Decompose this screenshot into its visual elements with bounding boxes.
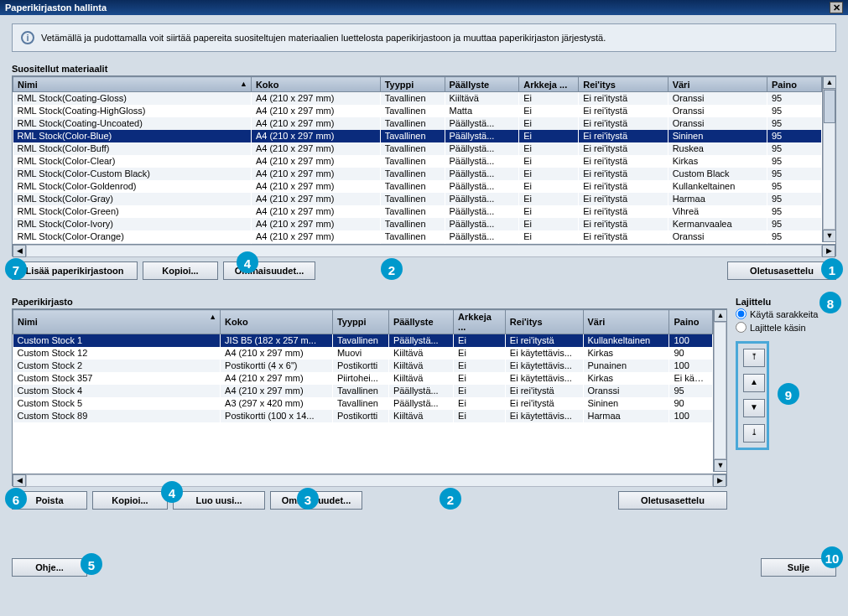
scroll-up-icon[interactable]: ▲ [714, 309, 727, 322]
callout-4a: 4 [237, 251, 258, 273]
cell-name: RML Stock(Color-Gray) [13, 193, 252, 205]
cell-size: A4 (210 x 297 mm) [251, 193, 380, 205]
table-row[interactable]: RML Stock(Coating-Uncoated)A4 (210 x 297… [13, 117, 822, 130]
scroll-left-icon[interactable]: ◀ [13, 245, 26, 257]
vertical-scrollbar[interactable]: ▲ ▼ [822, 76, 835, 242]
radio-sort-manual-input[interactable] [736, 322, 747, 333]
table-row[interactable]: Custom Stock 89Postikortti (100 x 14...P… [13, 410, 713, 422]
table-row[interactable]: RML Stock(Color-Custom Black)A4 (210 x 2… [13, 168, 822, 180]
cell-weight: 95 [767, 230, 821, 243]
move-bottom-button[interactable]: ⤓ [743, 424, 765, 443]
col-name[interactable]: Nimi▲ [13, 77, 252, 92]
move-up-button[interactable]: ▲ [743, 374, 765, 392]
cell-name: RML Stock(Color-Buff) [13, 142, 252, 155]
col-color[interactable]: Väri [583, 310, 669, 334]
scroll-left-icon[interactable]: ◀ [13, 474, 26, 487]
cell-type: Tavallinen [332, 385, 388, 397]
horizontal-scrollbar[interactable]: ◀ ▶ [13, 474, 726, 487]
sort-arrow-icon: ▲ [209, 313, 216, 321]
table-row[interactable]: RML Stock(Color-Clear)A4 (210 x 297 mm)T… [13, 155, 822, 168]
horizontal-scrollbar[interactable]: ◀ ▶ [13, 244, 835, 257]
col-size[interactable]: Koko [251, 77, 380, 92]
cell-type: Tavallinen [380, 117, 445, 130]
recommended-header[interactable]: Nimi▲ Koko Tyyppi Päällyste Arkkeja ... … [13, 77, 822, 92]
close-icon[interactable]: ✕ [830, 2, 843, 13]
scroll-right-icon[interactable]: ▶ [713, 474, 726, 487]
scroll-down-icon[interactable]: ▼ [714, 459, 727, 472]
recommended-table: Nimi▲ Koko Tyyppi Päällyste Arkkeja ... … [12, 75, 836, 256]
col-coating[interactable]: Päällyste [445, 77, 519, 92]
table-row[interactable]: Custom Stock 12A4 (210 x 297 mm)MuoviKii… [13, 347, 713, 360]
callout-8: 8 [819, 292, 841, 313]
scroll-up-icon[interactable]: ▲ [823, 76, 836, 89]
table-row[interactable]: RML Stock(Color-Buff)A4 (210 x 297 mm)Ta… [13, 142, 822, 155]
table-row[interactable]: Custom Stock 1JIS B5 (182 x 257 m...Tava… [13, 334, 713, 347]
cell-weight: 100 [669, 360, 713, 372]
table-row[interactable]: RML Stock(Color-Goldenrod)A4 (210 x 297 … [13, 180, 822, 193]
col-name[interactable]: Nimi▲ [13, 310, 221, 334]
cell-sheets: Ei [454, 410, 506, 422]
col-type[interactable]: Tyyppi [332, 310, 388, 334]
col-coating[interactable]: Päällyste [388, 310, 453, 334]
scroll-down-icon[interactable]: ▼ [823, 230, 836, 242]
callout-4b: 4 [161, 481, 183, 503]
scroll-right-icon[interactable]: ▶ [822, 245, 835, 257]
table-row[interactable]: RML Stock(Coating-Gloss)A4 (210 x 297 mm… [13, 92, 822, 105]
col-size[interactable]: Koko [221, 310, 333, 334]
cell-size: Postikortti (100 x 14... [221, 410, 333, 422]
copy-button[interactable]: Kopioi... [143, 261, 218, 280]
radio-sort-manual[interactable]: Lajittele käsin [736, 322, 836, 333]
cell-name: RML Stock(Color-Goldenrod) [13, 180, 252, 193]
table-row[interactable]: RML Stock(Color-Gray)A4 (210 x 297 mm)Ta… [13, 193, 822, 205]
defaults-button[interactable]: Oletusasettelu [727, 261, 836, 280]
move-top-icon: ⤒ [751, 352, 757, 361]
cell-size: A4 (210 x 297 mm) [251, 92, 380, 105]
col-sheets[interactable]: Arkkeja ... [454, 310, 506, 334]
cell-coating: Päällystä... [388, 397, 453, 410]
move-down-button[interactable]: ▼ [743, 399, 765, 417]
table-row[interactable]: RML Stock(Color-Blue)A4 (210 x 297 mm)Ta… [13, 130, 822, 142]
defaults-button-2[interactable]: Oletusasettelu [618, 491, 727, 510]
cell-type: Postikortti [332, 360, 388, 372]
create-new-button[interactable]: Luo uusi... [173, 491, 265, 510]
cell-name: RML Stock(Color-Ivory) [13, 218, 252, 230]
move-bottom-icon: ⤓ [751, 427, 757, 437]
cell-weight: 95 [767, 142, 821, 155]
table-row[interactable]: Custom Stock 2Postikortti (4 x 6")Postik… [13, 360, 713, 372]
table-row[interactable]: RML Stock(Color-Green)A4 (210 x 297 mm)T… [13, 205, 822, 218]
cell-sheets: Ei [519, 155, 579, 168]
move-down-icon: ▼ [750, 402, 758, 412]
radio-use-columns-input[interactable] [736, 308, 747, 319]
table-row[interactable]: Custom Stock 357A4 (210 x 297 mm)Piirtoh… [13, 372, 713, 385]
col-weight[interactable]: Paino [669, 310, 713, 334]
cell-punch: Ei rei'itystä [579, 142, 668, 155]
col-punch[interactable]: Rei'itys [505, 310, 583, 334]
table-row[interactable]: Custom Stock 4A4 (210 x 297 mm)Tavalline… [13, 385, 713, 397]
col-color[interactable]: Väri [668, 77, 767, 92]
radio-use-columns[interactable]: Käytä sarakkeita [736, 308, 836, 319]
cell-sheets: Ei [454, 397, 506, 410]
cell-name: RML Stock(Color-Green) [13, 205, 252, 218]
table-row[interactable]: RML Stock(Color-Ivory)A4 (210 x 297 mm)T… [13, 218, 822, 230]
cell-type: Postikortti [332, 410, 388, 422]
add-to-library-button[interactable]: Lisää paperikirjastoon [12, 261, 138, 280]
cell-coating: Kiiltävä [388, 347, 453, 360]
cell-punch: Ei rei'itystä [579, 205, 668, 218]
cell-color: Kullankeltainen [583, 334, 669, 347]
help-button[interactable]: Ohje... [12, 558, 87, 577]
copy-button-2[interactable]: Kopioi... [92, 491, 168, 510]
cell-color: Punainen [583, 360, 669, 372]
cell-type: Tavallinen [380, 193, 445, 205]
col-type[interactable]: Tyyppi [380, 77, 445, 92]
cell-size: A4 (210 x 297 mm) [251, 130, 380, 142]
col-sheets[interactable]: Arkkeja ... [519, 77, 579, 92]
vertical-scrollbar[interactable]: ▲ ▼ [713, 309, 726, 472]
table-row[interactable]: RML Stock(Color-Orange)A4 (210 x 297 mm)… [13, 230, 822, 243]
library-header[interactable]: Nimi▲ Koko Tyyppi Päällyste Arkkeja ... … [13, 310, 713, 334]
cell-name: Custom Stock 2 [13, 360, 221, 372]
col-punch[interactable]: Rei'itys [579, 77, 668, 92]
table-row[interactable]: RML Stock(Coating-HighGloss)A4 (210 x 29… [13, 105, 822, 117]
col-weight[interactable]: Paino [767, 77, 821, 92]
move-top-button[interactable]: ⤒ [743, 349, 765, 367]
table-row[interactable]: Custom Stock 5A3 (297 x 420 mm)Tavalline… [13, 397, 713, 410]
